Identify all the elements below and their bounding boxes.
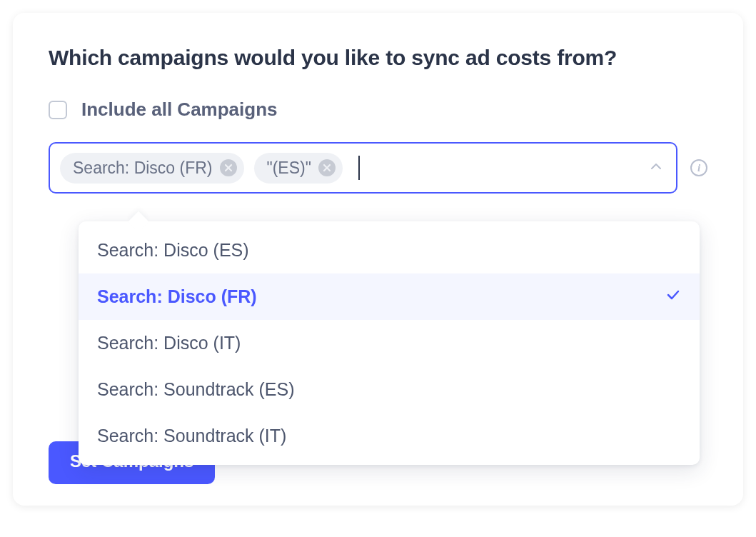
include-all-row: Include all Campaigns (49, 99, 707, 121)
page-title: Which campaigns would you like to sync a… (49, 46, 707, 70)
dropdown-option[interactable]: Search: Disco (IT) (79, 320, 700, 366)
campaign-selector-card: Which campaigns would you like to sync a… (13, 13, 743, 506)
dropdown-option[interactable]: Search: Soundtrack (IT) (79, 413, 700, 459)
include-all-checkbox[interactable] (49, 101, 67, 119)
campaign-dropdown: Search: Disco (ES) Search: Disco (FR) Se… (79, 221, 700, 465)
close-icon (224, 164, 233, 172)
campaign-multiselect[interactable]: Search: Disco (FR) "(ES)" (49, 142, 677, 194)
tag-label: "(ES)" (267, 159, 311, 178)
option-label: Search: Disco (ES) (97, 240, 249, 261)
text-cursor (358, 156, 360, 180)
include-all-label: Include all Campaigns (81, 99, 278, 121)
close-icon (323, 164, 331, 172)
tag-remove-button[interactable] (318, 159, 336, 176)
dropdown-option[interactable]: Search: Disco (FR) (79, 273, 700, 320)
campaign-select-row: Search: Disco (FR) "(ES)" i (49, 142, 707, 194)
option-label: Search: Soundtrack (ES) (97, 379, 295, 400)
option-label: Search: Soundtrack (IT) (97, 426, 286, 446)
option-label: Search: Disco (IT) (97, 333, 241, 353)
selected-tag: Search: Disco (FR) (60, 153, 244, 184)
info-glyph: i (697, 162, 700, 174)
dropdown-toggle[interactable] (649, 159, 663, 176)
selected-tag: "(ES)" (254, 153, 343, 184)
dropdown-option[interactable]: Search: Soundtrack (ES) (79, 366, 700, 413)
tag-remove-button[interactable] (220, 159, 237, 176)
tag-label: Search: Disco (FR) (73, 159, 213, 178)
check-icon (665, 286, 681, 307)
chevron-up-icon (649, 159, 663, 174)
dropdown-option[interactable]: Search: Disco (ES) (79, 227, 700, 273)
option-label: Search: Disco (FR) (97, 286, 257, 307)
info-icon[interactable]: i (690, 159, 707, 176)
